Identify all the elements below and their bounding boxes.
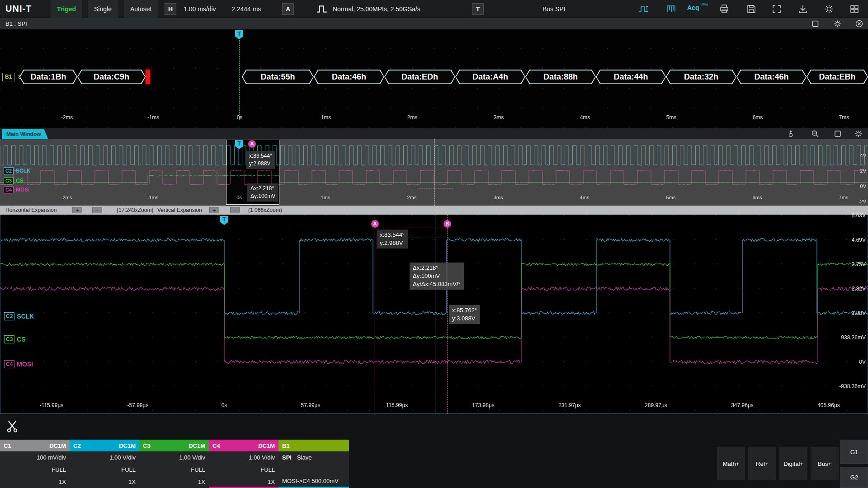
channel-badge-c4[interactable]: C4MOSI — [4, 360, 33, 368]
delta-y-value: Δy:100mV — [250, 192, 275, 200]
close-panel-icon[interactable] — [855, 20, 863, 28]
h-expansion-minus-button[interactable]: - — [92, 207, 102, 213]
h-expansion-plus-button[interactable]: + — [72, 207, 82, 213]
math-add-button[interactable]: Math+ — [717, 447, 745, 480]
time-axis-label: 0s — [237, 114, 243, 121]
download-icon[interactable] — [797, 4, 808, 14]
cursor-a-x-value: x:83.544° — [380, 231, 405, 239]
autoset-button[interactable]: Autoset — [124, 0, 158, 18]
printer-icon[interactable] — [719, 4, 730, 14]
group-button-g1[interactable]: G1 — [840, 440, 868, 464]
channel-probe: 1X — [139, 476, 209, 488]
voltage-axis-label: -2V — [859, 199, 866, 204]
time-axis-label: 1ms — [321, 195, 330, 200]
cursor-readout-tooltip: x:83.544° y:2.988V — [246, 151, 275, 169]
channel-badge-c3[interactable]: C3CS — [4, 177, 24, 184]
v-zoom-factor: (1.066xZoom) — [248, 206, 282, 215]
acquisition-info[interactable]: Normal, 25.00MPts, 2.50GSa/s — [333, 0, 420, 18]
bus-card-protocol-row: SPISlave — [278, 451, 349, 464]
cursor-a-flag[interactable]: A — [248, 140, 256, 148]
channel-signal-name: MOSI — [17, 361, 33, 368]
channel-bandwidth: FULL — [70, 464, 139, 476]
decode-error-marker — [146, 70, 150, 84]
horizontal-offset-readout[interactable]: 2.2444 ms — [231, 0, 261, 18]
cursor-b-readout-tooltip: x:85.762° y:3.088V — [449, 305, 480, 324]
ref-add-button[interactable]: Ref+ — [748, 447, 776, 480]
channel-card-header: C2DC1M — [70, 440, 139, 451]
window-settings-gear-icon[interactable] — [854, 130, 863, 138]
zoom-waveforms — [0, 215, 868, 414]
acq-mode-button[interactable]: AcqUltra — [687, 4, 699, 11]
channel-card-c4[interactable]: C4DC1M1.00 V/divFULL1X — [209, 440, 278, 488]
single-button[interactable]: Single — [88, 0, 118, 18]
channel-card-id: C4 — [212, 442, 220, 449]
fullscreen-icon[interactable] — [771, 4, 782, 14]
spi-data-frame: Data:EBh — [807, 70, 868, 84]
cursor-b-flag[interactable]: B — [443, 220, 451, 228]
restore-window-icon[interactable] — [811, 20, 819, 28]
trigger-status-button[interactable]: Triged — [51, 0, 82, 18]
measure-icon[interactable] — [638, 4, 649, 14]
channel-card-id: C2 — [73, 442, 81, 449]
trigger-position-line — [239, 40, 240, 120]
touch-icon[interactable] — [787, 130, 795, 138]
overview-dim-right — [279, 139, 868, 206]
channel-badge-c3[interactable]: C3CS — [4, 335, 26, 343]
settings-gear-icon[interactable] — [824, 4, 835, 14]
channel-badge-c2[interactable]: C2SCLK — [4, 167, 31, 174]
digital-comb-icon[interactable] — [665, 4, 676, 14]
cursor-b-line[interactable] — [447, 215, 448, 414]
time-axis-label: 2ms — [407, 195, 417, 200]
zoom-waveform-panel[interactable]: T A B x:83.544° y:2.988V Δx:2.218° Δy:10… — [0, 215, 868, 414]
bus-type-readout[interactable]: Bus SPI — [542, 0, 566, 18]
channel-signal-name: CS — [16, 178, 24, 184]
delta-x-value: Δx:2.218° — [413, 264, 461, 272]
voltage-axis-label: 2V — [860, 168, 866, 174]
voltage-axis-label: 0V — [860, 183, 866, 189]
channel-badge-c2[interactable]: C2SCLK — [4, 312, 34, 320]
v-expansion-plus-button[interactable]: + — [209, 207, 219, 213]
time-axis-label: 7ms — [839, 114, 849, 121]
channel-badge-c4[interactable]: C4MOSI — [4, 186, 30, 193]
trigger-menu-button[interactable]: T — [472, 3, 484, 15]
channel-card-header: C1DC1M — [0, 440, 70, 451]
channel-card-c3[interactable]: C3DC1M1.00 V/divFULL1X — [139, 440, 209, 488]
waveform-overview-strip[interactable]: T A x:83.544° y:2.988V Δx:2.218° Δy:100m… — [0, 139, 868, 206]
save-icon[interactable] — [746, 4, 757, 14]
time-axis-label: -2ms — [61, 114, 73, 121]
crosshair-vertical — [435, 215, 435, 414]
brand-logo: UNI-T — [5, 4, 32, 14]
channel-card-c1[interactable]: C1DC1M100 mV/divFULL1X — [0, 440, 70, 488]
time-axis-label: -1ms — [147, 195, 158, 200]
main-window-tab[interactable]: Main Window — [2, 129, 48, 139]
channel-id-box: C2 — [4, 167, 14, 174]
channel-scale: 1.00 V/div — [139, 451, 209, 464]
h-zoom-factor: (17.243xZoom) — [117, 206, 153, 215]
channel-card-c2[interactable]: C2DC1M1.00 V/divFULL1X — [70, 440, 139, 488]
scissors-icon[interactable] — [5, 419, 19, 433]
bus-card-b1[interactable]: B1 SPISlave MOSI->C4 500.00mV — [278, 440, 349, 488]
cursor-a-line[interactable] — [375, 215, 375, 414]
voltage-axis-label: 0V — [859, 359, 866, 365]
bus-channel-badge[interactable]: B1 — [2, 73, 14, 81]
bus-protocol: SPI — [282, 454, 292, 461]
channel-card-id: C1 — [4, 442, 11, 449]
maximize-window-icon[interactable] — [834, 130, 842, 138]
time-axis-label: 347.96µs — [731, 402, 754, 408]
timebase-readout[interactable]: 1.00 ms/div — [184, 0, 216, 18]
channel-id-box: C3 — [4, 177, 14, 184]
channel-coupling: DC1M — [258, 442, 275, 449]
apps-grid-icon[interactable] — [849, 4, 860, 14]
expansion-toolbar: Horizontal Expansion + - (17.243xZoom) V… — [0, 206, 868, 215]
zoom-out-icon[interactable] — [811, 130, 819, 138]
vertical-expansion-label: Vertical Expansion — [157, 206, 202, 215]
trigger-marker-flag[interactable]: T — [235, 30, 243, 39]
acquire-menu-button[interactable]: A — [282, 3, 294, 15]
group-button-g2[interactable]: G2 — [840, 467, 868, 488]
bus-add-button[interactable]: Bus+ — [811, 447, 839, 480]
horizontal-menu-button[interactable]: H — [165, 3, 176, 15]
digital-add-button[interactable]: Digital+ — [779, 447, 807, 480]
cursor-a-flag[interactable]: A — [371, 220, 379, 228]
panel-settings-gear-icon[interactable] — [834, 20, 841, 28]
v-expansion-minus-button[interactable]: - — [230, 207, 240, 213]
